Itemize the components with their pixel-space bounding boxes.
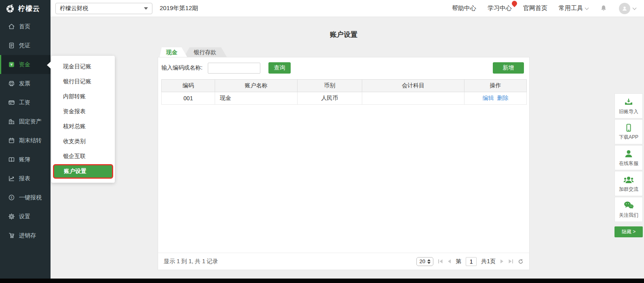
common-tools-menu[interactable]: 常用工具 bbox=[559, 4, 588, 12]
tab-bank-deposit[interactable]: 银行存款 bbox=[184, 47, 227, 57]
svg-text:¥: ¥ bbox=[11, 62, 13, 67]
sidebar-item-label: 资金 bbox=[19, 61, 30, 68]
submenu-item-cash-journal[interactable]: 现金日记账 bbox=[51, 59, 115, 74]
sidebar-item-invoice[interactable]: 发票 bbox=[0, 74, 51, 93]
table-header-row: 编码 账户名称 币别 会计科目 操作 bbox=[162, 80, 527, 92]
period-label: 2019年第12期 bbox=[160, 4, 198, 12]
home-icon bbox=[8, 23, 15, 30]
col-header-currency: 币别 bbox=[298, 80, 362, 92]
sidebar-item-salary[interactable]: 工资 bbox=[0, 93, 51, 112]
sidebar-item-label: 报表 bbox=[19, 175, 30, 182]
page-size-select[interactable]: 20 bbox=[416, 257, 433, 266]
sidebar-item-inventory[interactable]: 进销存 bbox=[0, 226, 51, 245]
sidebar-item-books[interactable]: 账簿 bbox=[0, 150, 51, 169]
refresh-icon[interactable] bbox=[518, 259, 524, 264]
user-menu[interactable] bbox=[619, 3, 636, 14]
sidebar-item-label: 固定资产 bbox=[19, 118, 42, 125]
sidebar-item-label: 首页 bbox=[19, 23, 30, 30]
rail-label: 加群交流 bbox=[619, 186, 638, 193]
svg-text:$: $ bbox=[11, 196, 13, 199]
submenu-item-bank-journal[interactable]: 银行日记账 bbox=[51, 74, 115, 89]
follow-us-button[interactable]: 关注我们 bbox=[614, 197, 643, 222]
sidebar-item-label: 凭证 bbox=[19, 42, 30, 49]
learn-center-link[interactable]: 学习中心 bbox=[488, 4, 512, 12]
panel-toolbar: 输入编码或名称: 查询 新增 bbox=[158, 57, 529, 78]
sidebar-item-funds[interactable]: ¥ 资金 bbox=[0, 55, 51, 74]
rail-label: 关注我们 bbox=[619, 212, 638, 219]
col-header-subject: 会计科目 bbox=[362, 80, 465, 92]
caret-down-icon bbox=[144, 7, 148, 10]
submenu-item-internal-transfer[interactable]: 内部转账 bbox=[51, 89, 115, 104]
topbar: 柠檬云财税 2019年第12期 帮助中心 学习中心 官网首页 常用工具 bbox=[51, 0, 644, 17]
records-summary: 显示 1 到 1, 共 1 记录 bbox=[164, 258, 218, 265]
sidebar-item-carryover[interactable]: 期末结转 bbox=[0, 131, 51, 150]
hide-toolbar-button[interactable]: 隐藏 > bbox=[614, 226, 643, 237]
submenu-item-account-settings[interactable]: 账户设置 bbox=[53, 164, 113, 179]
sidebar-item-voucher[interactable]: 凭证 bbox=[0, 36, 51, 55]
sidebar-item-label: 账簿 bbox=[19, 156, 30, 163]
total-pages-label: 共1页 bbox=[481, 258, 496, 265]
sidebar-item-reports[interactable]: 报表 bbox=[0, 169, 51, 188]
delete-link[interactable]: 删除 bbox=[497, 95, 509, 102]
settings-icon bbox=[8, 213, 15, 220]
learn-center-label: 学习中心 bbox=[488, 4, 512, 11]
page-last-icon[interactable] bbox=[508, 259, 513, 264]
brand-logo[interactable]: 柠檬云 bbox=[0, 0, 51, 17]
query-button[interactable]: 查询 bbox=[268, 62, 291, 74]
submenu-item-bank-enterprise-link[interactable]: 银企互联 bbox=[51, 149, 115, 164]
sidebar-item-tax[interactable]: $ 一键报税 bbox=[0, 188, 51, 207]
notification-bell-icon[interactable] bbox=[600, 4, 608, 13]
sidebar-item-settings[interactable]: 设置 bbox=[0, 207, 51, 226]
page-first-icon[interactable] bbox=[438, 259, 443, 264]
page-number-input[interactable] bbox=[466, 257, 477, 266]
sidebar-item-label: 一键报税 bbox=[19, 194, 42, 201]
download-app-button[interactable]: 下载APP bbox=[614, 119, 643, 144]
tab-cash[interactable]: 现金 bbox=[160, 47, 187, 57]
invoice-icon bbox=[8, 80, 15, 87]
page-prev-icon[interactable] bbox=[448, 259, 451, 264]
page-size-value: 20 bbox=[419, 258, 425, 264]
col-header-code: 编码 bbox=[162, 80, 215, 92]
service-icon bbox=[624, 149, 633, 158]
assets-icon bbox=[8, 118, 15, 125]
rail-label: 下载APP bbox=[619, 134, 638, 141]
books-icon bbox=[8, 156, 15, 163]
account-settings-panel: 输入编码或名称: 查询 新增 编码 账户名称 币别 会计科目 操作 001 现金… bbox=[158, 57, 530, 270]
submenu-item-funds-report[interactable]: 资金报表 bbox=[51, 104, 115, 119]
lemon-logo-icon bbox=[5, 4, 15, 13]
group-icon bbox=[623, 175, 634, 184]
page-title: 账户设置 bbox=[158, 30, 530, 39]
help-center-link[interactable]: 帮助中心 bbox=[452, 4, 476, 12]
brand-name: 柠檬云 bbox=[18, 4, 40, 13]
sidebar-item-assets[interactable]: 固定资产 bbox=[0, 112, 51, 131]
sidebar-item-label: 进销存 bbox=[19, 232, 36, 239]
reports-icon bbox=[8, 175, 15, 182]
chevron-down-icon bbox=[633, 6, 637, 10]
page-next-icon[interactable] bbox=[500, 259, 504, 264]
official-site-link[interactable]: 官网首页 bbox=[523, 4, 547, 12]
old-account-import-button[interactable]: 旧账导入 bbox=[614, 93, 643, 118]
common-tools-label: 常用工具 bbox=[559, 4, 583, 12]
sidebar-item-label: 发票 bbox=[19, 80, 30, 87]
join-group-button[interactable]: 加群交流 bbox=[614, 171, 643, 196]
search-label: 输入编码或名称: bbox=[161, 64, 203, 72]
pagination-bar: 显示 1 到 1, 共 1 记录 20 第 共1页 bbox=[158, 253, 529, 270]
chevron-down-icon bbox=[585, 6, 589, 10]
wechat-icon bbox=[623, 201, 634, 210]
edit-link[interactable]: 编辑 bbox=[483, 95, 494, 102]
sidebar: 柠檬云 首页 凭证 ¥ 资金 发票 工资 固定资产 期末结转 账簿 报表 $ 一… bbox=[0, 0, 51, 279]
right-toolbar: 旧账导入 下载APP 在线客服 加群交流 关注我们 隐藏 > bbox=[614, 93, 643, 237]
submenu-item-income-expense-category[interactable]: 收支类别 bbox=[51, 134, 115, 149]
submenu-item-reconcile-ledger[interactable]: 核对总账 bbox=[51, 119, 115, 134]
sidebar-item-label: 期末结转 bbox=[19, 137, 42, 144]
cell-currency: 人民币 bbox=[298, 92, 362, 105]
cell-code: 001 bbox=[162, 92, 215, 105]
online-service-button[interactable]: 在线客服 bbox=[614, 145, 643, 170]
hot-badge bbox=[511, 0, 518, 7]
add-button[interactable]: 新增 bbox=[493, 62, 524, 74]
sidebar-item-home[interactable]: 首页 bbox=[0, 17, 51, 36]
product-select[interactable]: 柠檬云财税 bbox=[55, 3, 152, 14]
import-icon bbox=[624, 97, 633, 107]
table-row: 001 现金 人民币 编辑删除 bbox=[162, 92, 527, 105]
search-input[interactable] bbox=[208, 63, 260, 74]
